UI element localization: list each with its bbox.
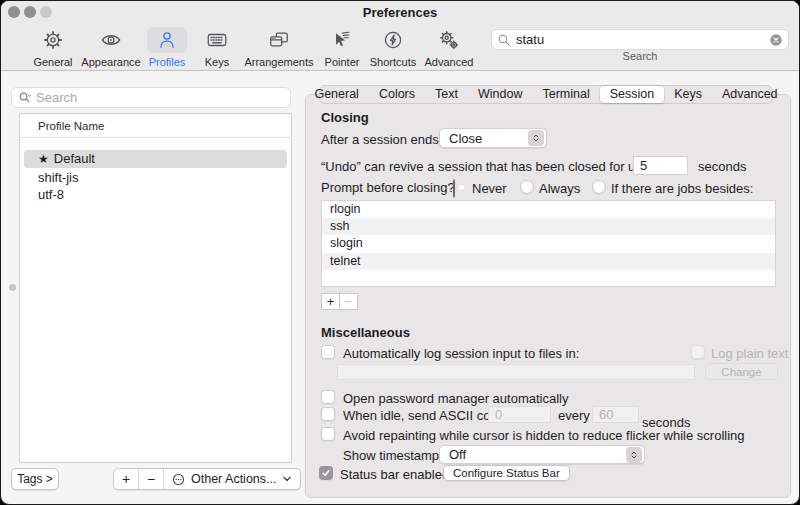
tab-colors[interactable]: Colors [369,86,425,103]
idle-send-checkbox[interactable] [321,407,335,421]
change-directory-button[interactable]: Change [705,363,778,380]
bolt-circle-icon [373,27,413,53]
avoid-repainting-label: Avoid repainting while cursor is hidden … [343,428,745,443]
toolbar-label: Arrangements [237,56,321,68]
radio-never[interactable] [453,179,455,198]
idle-ascii-code-value: 0 [495,407,502,422]
toolbar-item-arrangements[interactable]: Arrangements [237,27,321,68]
job-row[interactable]: telnet [322,253,775,270]
preferences-window: Preferences General Appearance Profiles … [0,0,800,505]
other-actions-button[interactable]: Other Actions... [164,469,300,489]
profile-row-shiftjis[interactable]: shift-jis [20,169,291,186]
minus-icon: − [147,471,155,487]
auto-log-checkbox[interactable] [321,345,335,359]
remove-job-button[interactable]: − [339,293,358,310]
tab-keys[interactable]: Keys [664,86,712,103]
tags-button-label: Tags > [17,472,53,486]
keyboard-icon [197,27,237,53]
titlebar: Preferences [1,1,799,23]
closing-heading: Closing [321,110,369,125]
profile-name: Default [54,151,95,166]
job-name: rlogin [330,202,361,216]
job-row[interactable]: rlogin [322,201,775,218]
search-scope-icon [18,91,32,105]
search-value: statu [516,32,769,47]
clear-circle-icon[interactable] [769,33,783,47]
toolbar-item-advanced[interactable]: Advanced [419,27,479,68]
job-name: telnet [330,254,361,268]
status-bar-enabled-checkbox[interactable] [319,466,333,480]
tab-window[interactable]: Window [468,86,532,103]
after-session-value: Close [440,131,528,146]
after-session-popup[interactable]: Close [439,128,547,148]
remove-profile-button[interactable]: − [139,469,164,489]
open-password-manager-label: Open password manager automatically [343,391,568,406]
gears-icon [429,27,469,53]
toolbar-item-keys[interactable]: Keys [197,27,237,68]
undo-seconds-field[interactable]: 5 [633,156,688,175]
tab-terminal[interactable]: Terminal [532,86,599,103]
miscellaneous-heading: Miscellaneous [321,325,410,340]
stepper-chevrons-icon [528,130,544,146]
tab-session[interactable]: Session [600,86,664,103]
status-bar-enabled-label: Status bar enabled [340,467,449,482]
prompt-before-closing-label: Prompt before closing? [321,180,455,195]
tags-button[interactable]: Tags > [11,468,59,490]
toolbar-item-appearance[interactable]: Appearance [75,27,147,68]
profile-list-panel: Profile Name ★Default shift-jis utf-8 [19,113,292,463]
profile-row-utf8[interactable]: utf-8 [20,186,291,203]
radio-jobs-besides[interactable] [592,180,606,194]
radio-always[interactable] [520,180,534,194]
plus-icon: + [122,471,130,487]
job-name: ssh [330,219,349,233]
add-profile-button[interactable]: + [114,469,139,489]
profile-search-field[interactable]: Search [11,87,291,108]
idle-interval-field[interactable]: 60 [592,406,639,423]
configure-status-bar-button[interactable]: Configure Status Bar [443,465,570,481]
radio-jobs-besides-label: If there are jobs besides: [611,181,753,196]
circle-ellipsis-icon [172,473,185,486]
toolbar-label: Appearance [75,56,147,68]
toolbar-search-field[interactable]: statu [491,29,789,50]
minus-icon: − [345,294,353,309]
add-job-button[interactable]: + [321,293,340,310]
tab-general[interactable]: General [304,86,368,103]
profile-name: utf-8 [38,187,64,202]
idle-every-label: every [558,408,590,423]
preferences-tabbar: General Colors Text Window Terminal Sess… [319,85,773,104]
windows-icon [259,27,299,53]
log-plain-text-checkbox[interactable] [691,345,705,359]
profile-list-header[interactable]: Profile Name [20,114,291,138]
toolbar-item-pointer[interactable]: Pointer [317,27,367,68]
job-row[interactable]: ssh [322,218,775,235]
auto-log-label: Automatically log session input to files… [343,346,579,361]
profile-search-placeholder: Search [36,90,77,105]
idle-send-label: When idle, send ASCII code [343,408,505,423]
profile-row-default[interactable]: ★Default [24,150,287,168]
avoid-repainting-checkbox[interactable] [321,427,335,441]
toolbar-item-profiles[interactable]: Profiles [140,27,194,68]
show-timestamps-popup[interactable]: Off [439,445,645,464]
jobs-list: rlogin ssh slogin telnet [321,200,776,287]
idle-ascii-code-field[interactable]: 0 [488,406,551,423]
toolbar-label: Advanced [419,56,479,68]
log-directory-field[interactable] [337,364,695,380]
chevron-down-icon [282,474,292,484]
cursor-icon [322,27,362,53]
tab-advanced[interactable]: Advanced [712,86,788,103]
job-row-empty[interactable] [322,270,775,286]
open-password-manager-checkbox[interactable] [321,390,335,404]
radio-always-label: Always [539,181,580,196]
toolbar-item-shortcuts[interactable]: Shortcuts [362,27,424,68]
job-row[interactable]: slogin [322,235,775,252]
person-icon [147,27,187,53]
show-timestamps-value: Off [440,447,626,462]
plus-icon: + [327,294,335,309]
toolbar-label: General [23,56,83,68]
search-caption: Search [491,50,789,62]
toolbar-item-general[interactable]: General [23,27,83,68]
window-title: Preferences [1,5,799,20]
toolbar-label: Keys [197,56,237,68]
change-button-label: Change [721,366,761,378]
tab-text[interactable]: Text [425,86,468,103]
